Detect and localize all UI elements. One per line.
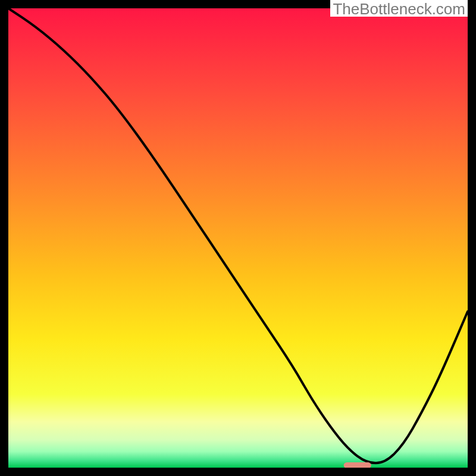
gradient-background — [8, 8, 468, 468]
watermark-text: TheBottleneck.com — [330, 0, 468, 17]
chart-frame: TheBottleneck.com — [0, 0, 476, 476]
optimal-marker — [344, 462, 371, 468]
bottleneck-plot — [8, 8, 468, 468]
